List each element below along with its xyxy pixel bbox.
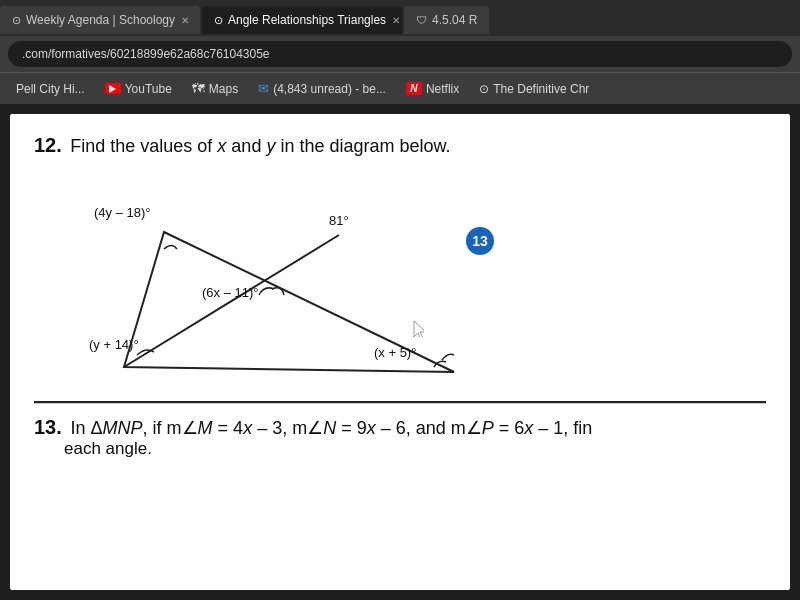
worksheet-area: 12. Find the values of x and y in the di… (10, 114, 790, 590)
address-bar-row: .com/formatives/60218899e62a68c76104305e (0, 36, 800, 72)
svg-marker-2 (414, 321, 424, 337)
q12-number: 12. (34, 134, 62, 156)
tab-label-schoology: Weekly Agenda | Schoology (26, 13, 175, 27)
q13-text: In ΔMNP, if m∠M = 4x – 3, m∠N = 9x – 6, … (71, 418, 593, 438)
email-icon: ✉ (258, 81, 269, 96)
tab-new[interactable]: 🛡 4.5.04 R (404, 6, 489, 34)
q12-text: Find the values of x and y in the diagra… (70, 136, 450, 156)
tab-close-angle[interactable]: ✕ (392, 15, 400, 26)
bookmark-youtube[interactable]: YouTube (97, 79, 180, 99)
schoology-icon: ⊙ (12, 14, 21, 27)
angle-x-5: (x + 5)° (374, 345, 416, 360)
question-12: 12. Find the values of x and y in the di… (34, 134, 766, 157)
bookmarks-bar: Pell City Hi... YouTube 🗺 Maps ✉ (4,843 … (0, 72, 800, 104)
problem-13-badge: 13 (466, 227, 494, 255)
q13-number: 13. (34, 416, 62, 438)
netflix-label: Netflix (426, 82, 459, 96)
diagram-area: (4y – 18)° 81° (6x – 11)° (y + 14)° (x +… (34, 177, 534, 397)
angle-6x-11: (6x – 11)° (202, 285, 259, 300)
tab-angle[interactable]: ⊙ Angle Relationships Triangles ✕ (202, 6, 402, 34)
email-label: (4,843 unread) - be... (273, 82, 386, 96)
cursor-icon (412, 319, 424, 337)
bookmark-email[interactable]: ✉ (4,843 unread) - be... (250, 78, 394, 99)
shield-icon: 🛡 (416, 14, 427, 26)
angle-4y-18: (4y – 18)° (94, 205, 151, 220)
youtube-label: YouTube (125, 82, 172, 96)
tab-close-schoology[interactable]: ✕ (181, 15, 189, 26)
definitive-icon: ⊙ (479, 82, 489, 96)
youtube-icon (105, 83, 121, 94)
page-content: 12. Find the values of x and y in the di… (0, 104, 800, 600)
angle-y-14: (y + 14)° (89, 337, 139, 352)
maps-label: Maps (209, 82, 238, 96)
tab-bar: ⊙ Weekly Agenda | Schoology ✕ ⊙ Angle Re… (0, 0, 800, 36)
angle-icon: ⊙ (214, 14, 223, 27)
tab-schoology[interactable]: ⊙ Weekly Agenda | Schoology ✕ (0, 6, 200, 34)
browser-chrome: ⊙ Weekly Agenda | Schoology ✕ ⊙ Angle Re… (0, 0, 800, 104)
bookmark-netflix[interactable]: N Netflix (398, 79, 467, 99)
bookmark-maps[interactable]: 🗺 Maps (184, 78, 246, 99)
angle-81: 81° (329, 213, 349, 228)
youtube-play-icon (109, 85, 116, 93)
bookmark-pell-city[interactable]: Pell City Hi... (8, 79, 93, 99)
netflix-icon: N (406, 82, 422, 95)
address-text: .com/formatives/60218899e62a68c76104305e (22, 47, 270, 61)
address-bar[interactable]: .com/formatives/60218899e62a68c76104305e (8, 41, 792, 67)
definitive-label: The Definitive Chr (493, 82, 589, 96)
q13-continuation: each angle. (64, 439, 152, 458)
bookmark-definitive[interactable]: ⊙ The Definitive Chr (471, 79, 597, 99)
maps-icon: 🗺 (192, 81, 205, 96)
pell-city-text: Pell City Hi... (16, 82, 85, 96)
question-13: 13. In ΔMNP, if m∠M = 4x – 3, m∠N = 9x –… (34, 403, 766, 459)
tab-label-angle: Angle Relationships Triangles (228, 13, 386, 27)
tab-label-new: 4.5.04 R (432, 13, 477, 27)
